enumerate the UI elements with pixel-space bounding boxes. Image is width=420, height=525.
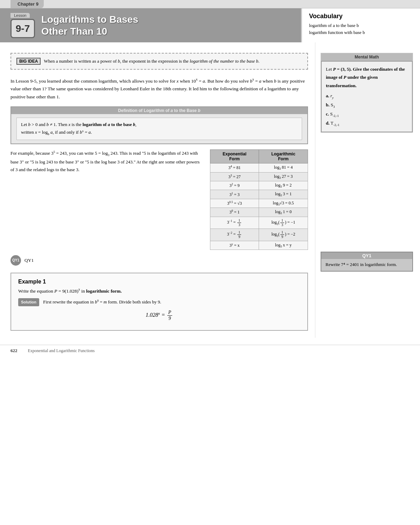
page-number: 622 bbox=[10, 348, 18, 354]
table-cell-exp: 34 = 81 bbox=[210, 163, 259, 172]
qy1-sidebar-title: QY1 bbox=[321, 252, 412, 259]
chapter-label: Chapter 9 bbox=[10, 0, 44, 8]
table-cell-exp: 3y = x bbox=[210, 241, 259, 250]
table-row: 3y = x log3 x = y bbox=[210, 241, 308, 250]
qy1-sidebar-box: QY1 Rewrite 7⁴ = 2401 in logarithmic for… bbox=[321, 252, 413, 272]
big-idea-label: BIG IDEA bbox=[16, 58, 41, 65]
example1-question: Write the equation P = 9(1.028)x in loga… bbox=[18, 287, 300, 295]
footer-text: Exponential and Logarithmic Functions bbox=[28, 348, 95, 354]
definition-title: Definition of Logarithm of a to the Base… bbox=[11, 107, 307, 114]
definition-body: Let b > 0 and b ≠ 1. Then x is the logar… bbox=[16, 118, 302, 140]
table-cell-log: log3 9 = 2 bbox=[259, 181, 308, 190]
body-right-column: Mental Math Let P = (3, 5). Give the coo… bbox=[315, 42, 420, 338]
mental-math-body: Let P = (3, 5). Give the coordinates of … bbox=[321, 61, 413, 132]
table-row: 3−2 = 19 log3(19) = −2 bbox=[210, 229, 308, 241]
mental-math-option-b: b. S3 bbox=[326, 101, 408, 110]
table-section: For example, because 35 = 243, you can w… bbox=[10, 149, 308, 250]
table-cell-exp: 30 = 1 bbox=[210, 208, 259, 217]
table-cell-exp: 32 = 9 bbox=[210, 181, 259, 190]
mental-math-options: a. ry b. S3 c. S-2,-1 d. T-2,-1 bbox=[326, 92, 408, 128]
vocab-item-2: logarithm function with base b bbox=[309, 30, 413, 35]
qy1-main-label: QY1 bbox=[24, 258, 34, 263]
table-cell-exp: 3−1 = 13 bbox=[210, 217, 259, 229]
mental-math-title: Mental Math bbox=[321, 53, 413, 61]
mental-math-prompt: Let P = (3, 5). Give the coordinates of … bbox=[326, 65, 408, 90]
lesson-tag-label: Lesson bbox=[10, 13, 30, 18]
table-cell-exp: 31 = 3 bbox=[210, 190, 259, 199]
table-cell-exp: 3−2 = 19 bbox=[210, 229, 259, 241]
table-cell-log: log3 1 = 0 bbox=[259, 208, 308, 217]
table-cell-log: log3√3 = 0.5 bbox=[259, 199, 308, 208]
example1-section: Example 1 Write the equation P = 9(1.028… bbox=[10, 273, 308, 331]
solution-label: Solution bbox=[18, 298, 39, 306]
big-idea-box: BIG IDEA When a number is written as a p… bbox=[10, 53, 308, 70]
table-header-exponential: ExponentialForm bbox=[210, 150, 259, 163]
table-cell-log: log3 81 = 4 bbox=[259, 163, 308, 172]
lesson-title: Logarithms to Bases Other Than 10 bbox=[41, 14, 138, 37]
logarithm-table: ExponentialForm LogarithmicForm 34 = 81 … bbox=[210, 149, 308, 250]
example1-title: Example 1 bbox=[18, 279, 300, 285]
lesson-header-area: Lesson 9-7 Logarithms to Bases Other Tha… bbox=[0, 8, 420, 42]
lesson-header-left: Lesson 9-7 Logarithms to Bases Other Tha… bbox=[0, 8, 301, 42]
table-row: 32 = 9 log3 9 = 2 bbox=[210, 181, 308, 190]
table-row: 3−1 = 13 log3(13) = −1 bbox=[210, 217, 308, 229]
table-row: 33 = 27 log3 27 = 3 bbox=[210, 172, 308, 181]
mental-math-option-c: c. S-2,-1 bbox=[326, 110, 408, 119]
vocabulary-section: Vocabulary logarithm of a to the base b … bbox=[301, 8, 420, 42]
table-cell-exp: 33 = 27 bbox=[210, 172, 259, 181]
table-header-logarithmic: LogarithmicForm bbox=[259, 150, 308, 163]
table-row: 30 = 1 log3 1 = 0 bbox=[210, 208, 308, 217]
page-footer: 622 Exponential and Logarithmic Function… bbox=[0, 345, 420, 356]
table-cell-exp: 30.5 = √3 bbox=[210, 199, 259, 208]
qy1-icon: QY1 bbox=[10, 255, 21, 266]
qy1-sidebar-text: Rewrite 7⁴ = 2401 in logarithmic form. bbox=[326, 262, 408, 267]
mental-math-section: Mental Math Let P = (3, 5). Give the coo… bbox=[321, 53, 413, 133]
vocab-item-1: logarithm of a to the base b bbox=[309, 23, 413, 28]
table-cell-log: log3(19) = −2 bbox=[259, 229, 308, 241]
page: Chapter 9 Lesson 9-7 Logarithms to Bases… bbox=[0, 0, 420, 525]
example-paragraph: For example, because 35 = 243, you can w… bbox=[10, 149, 203, 174]
lesson-number: 9-7 bbox=[10, 19, 35, 38]
intro-paragraph: In Lesson 9-5, you learned about the com… bbox=[10, 77, 308, 101]
mental-math-option-d: d. T-2,-1 bbox=[326, 119, 408, 128]
definition-box: Definition of Logarithm of a to the Base… bbox=[10, 106, 308, 144]
lesson-title-line2: Other Than 10 bbox=[41, 26, 138, 37]
table-cell-log: log3 x = y bbox=[259, 241, 308, 250]
mental-math-option-a: a. ry bbox=[326, 92, 408, 101]
example1-solution: Solution First rewrite the equation in b… bbox=[18, 298, 300, 306]
qy1-main-section: QY1 QY1 bbox=[10, 255, 308, 266]
lesson-badge-wrapper: Lesson 9-7 bbox=[10, 13, 35, 38]
table-row: 30.5 = √3 log3√3 = 0.5 bbox=[210, 199, 308, 208]
lesson-title-line1: Logarithms to Bases bbox=[41, 14, 138, 26]
table-cell-log: log3(13) = −1 bbox=[259, 217, 308, 229]
body-area: BIG IDEA When a number is written as a p… bbox=[0, 42, 420, 338]
vocabulary-title: Vocabulary bbox=[309, 13, 413, 20]
big-idea-text: When a number is written as a power of b… bbox=[44, 58, 259, 64]
example1-equation: 1.028x = P9 bbox=[18, 310, 300, 322]
table-cell-log: log3 27 = 3 bbox=[259, 172, 308, 181]
body-left-column: BIG IDEA When a number is written as a p… bbox=[0, 42, 315, 338]
table-row: 34 = 81 log3 81 = 4 bbox=[210, 163, 308, 172]
table-cell-log: log3 3 = 1 bbox=[259, 190, 308, 199]
table-row: 31 = 3 log3 3 = 1 bbox=[210, 190, 308, 199]
